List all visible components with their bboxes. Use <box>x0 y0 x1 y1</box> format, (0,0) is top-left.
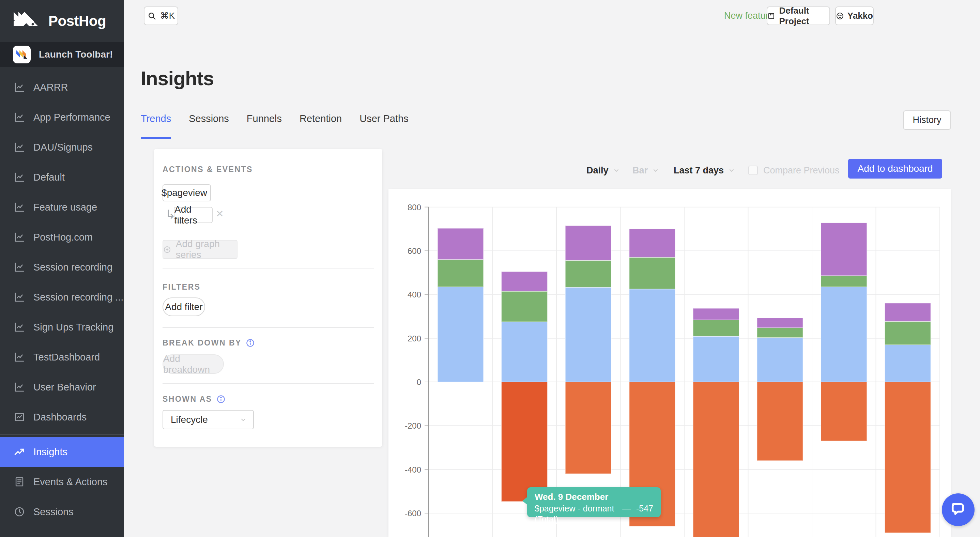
bar-segment[interactable] <box>757 382 803 461</box>
breakdown-header-label: BREAK DOWN BY <box>162 338 242 348</box>
tab-user-paths[interactable]: User Paths <box>360 113 408 139</box>
chart-type-value: Bar <box>632 165 648 176</box>
app-title: PostHog <box>48 13 106 29</box>
bar-segment[interactable] <box>438 228 484 260</box>
remove-series-icon[interactable]: ✕ <box>216 208 224 219</box>
bar-segment[interactable] <box>693 308 739 320</box>
sidebar-item-label: App Performance <box>33 112 110 123</box>
tooltip-separator: — <box>622 503 631 525</box>
sidebar-item-app-performance[interactable]: App Performance <box>0 102 124 132</box>
interval-value: Daily <box>586 165 609 176</box>
sidebar-item-session-recording[interactable]: Session recording <box>0 252 124 282</box>
sidebar-item-session-recording[interactable]: Session recording ... <box>0 282 124 312</box>
bar-segment[interactable] <box>757 338 803 382</box>
bar-segment[interactable] <box>629 289 675 382</box>
bar-segment[interactable] <box>501 382 547 502</box>
bar-segment[interactable] <box>757 328 803 338</box>
search-button[interactable]: ⌘K <box>144 6 178 25</box>
chart-type-select[interactable]: Bar <box>632 164 659 177</box>
sidebar-item-sign-ups-tracking[interactable]: Sign Ups Tracking <box>0 312 124 342</box>
sidebar-item-label: Session recording <box>33 262 113 273</box>
search-icon <box>147 11 157 21</box>
sidebar-item-posthog-com[interactable]: PostHog.com <box>0 222 124 252</box>
project-selector-button[interactable]: Default Project <box>767 6 830 25</box>
sidebar-item-partial[interactable] <box>0 527 124 537</box>
y-axis-label: -600 <box>405 509 421 518</box>
add-breakdown-button[interactable]: Add breakdown <box>162 354 224 374</box>
bar-segment[interactable] <box>438 260 484 287</box>
interval-select[interactable]: Daily <box>586 164 620 177</box>
lifecycle-chart[interactable]: 8006004002000-200-400-600 <box>388 189 951 537</box>
tab-trends[interactable]: Trends <box>141 113 171 139</box>
sidebar-item-dau-signups[interactable]: DAU/Signups <box>0 132 124 162</box>
y-axis-label: -200 <box>405 421 421 431</box>
bar-segment[interactable] <box>693 336 739 382</box>
posthog-logo[interactable]: PostHog <box>0 0 124 42</box>
bar-segment[interactable] <box>501 291 547 322</box>
info-icon[interactable] <box>216 394 226 404</box>
bar-segment[interactable] <box>757 318 803 328</box>
info-icon[interactable] <box>246 338 255 348</box>
bar-segment[interactable] <box>565 226 611 260</box>
clock-icon <box>14 506 25 518</box>
bar-segment[interactable] <box>501 272 547 291</box>
add-graph-series-button[interactable]: Add graph series <box>162 240 237 259</box>
y-axis-label: 400 <box>407 290 421 299</box>
history-button[interactable]: History <box>903 110 951 130</box>
line-chart-icon <box>14 111 25 123</box>
sidebar-item-feature-usage[interactable]: Feature usage <box>0 192 124 222</box>
line-chart-icon <box>14 291 25 303</box>
bar-segment[interactable] <box>629 229 675 257</box>
sidebar-item-user-behavior[interactable]: User Behavior <box>0 372 124 402</box>
bar-segment[interactable] <box>885 345 931 382</box>
sidebar-item-dashboards[interactable]: Dashboards <box>0 402 124 432</box>
sidebar-item-aarrr[interactable]: AARRR <box>0 72 124 102</box>
shown-as-value: Lifecycle <box>171 414 208 425</box>
tab-funnels[interactable]: Funnels <box>247 113 282 139</box>
sidebar: PostHog Launch Toolbar! AARRRApp Perform… <box>0 0 124 537</box>
user-smiley-icon <box>836 11 844 21</box>
line-chart-icon <box>14 321 25 333</box>
bar-segment[interactable] <box>821 223 867 276</box>
launch-toolbar-button[interactable]: Launch Toolbar! <box>0 42 124 67</box>
insight-filter-panel: ACTIONS & EVENTS $pageview ↳ Add filters… <box>154 149 382 447</box>
tab-sessions[interactable]: Sessions <box>189 113 229 139</box>
compare-previous-checkbox[interactable] <box>748 165 758 175</box>
sidebar-item-testdashboard[interactable]: TestDashboard <box>0 342 124 372</box>
tab-retention[interactable]: Retention <box>299 113 342 139</box>
tooltip-notch <box>522 497 528 505</box>
sidebar-item-insights[interactable]: Insights <box>0 437 124 467</box>
sidebar-item-label: AARRR <box>33 82 68 93</box>
bar-segment[interactable] <box>565 260 611 287</box>
bar-segment[interactable] <box>629 257 675 289</box>
bar-segment[interactable] <box>693 320 739 336</box>
add-to-dashboard-button[interactable]: Add to dashboard <box>848 159 942 178</box>
chat-launcher-button[interactable] <box>942 493 975 526</box>
user-menu-button[interactable]: Yakko <box>835 6 874 25</box>
add-filters-button[interactable]: Add filters <box>174 207 213 223</box>
date-range-select[interactable]: Last 7 days <box>674 164 735 177</box>
shown-as-select[interactable]: Lifecycle <box>162 410 254 429</box>
bar-segment[interactable] <box>885 321 931 345</box>
bar-segment[interactable] <box>438 287 484 382</box>
bar-segment[interactable] <box>565 287 611 382</box>
sidebar-item-label: Default <box>33 172 65 183</box>
project-icon <box>767 11 775 21</box>
bar-segment[interactable] <box>821 276 867 287</box>
divider <box>162 327 374 328</box>
bar-segment[interactable] <box>885 303 931 321</box>
chevron-down-icon <box>612 167 620 174</box>
sidebar-item-label: Session recording ... <box>33 292 123 303</box>
bar-segment[interactable] <box>821 382 867 441</box>
sidebar-item-label: Insights <box>33 446 67 458</box>
bar-segment[interactable] <box>501 322 547 382</box>
bar-segment[interactable] <box>565 382 611 474</box>
bar-segment[interactable] <box>693 382 739 537</box>
sidebar-item-sessions[interactable]: Sessions <box>0 497 124 527</box>
sidebar-item-default[interactable]: Default <box>0 162 124 192</box>
sidebar-item-events-actions[interactable]: Events & Actions <box>0 467 124 497</box>
add-filter-button[interactable]: Add filter <box>162 297 205 316</box>
bar-segment[interactable] <box>821 287 867 382</box>
event-select[interactable]: $pageview <box>162 184 211 202</box>
bar-segment[interactable] <box>885 382 931 533</box>
